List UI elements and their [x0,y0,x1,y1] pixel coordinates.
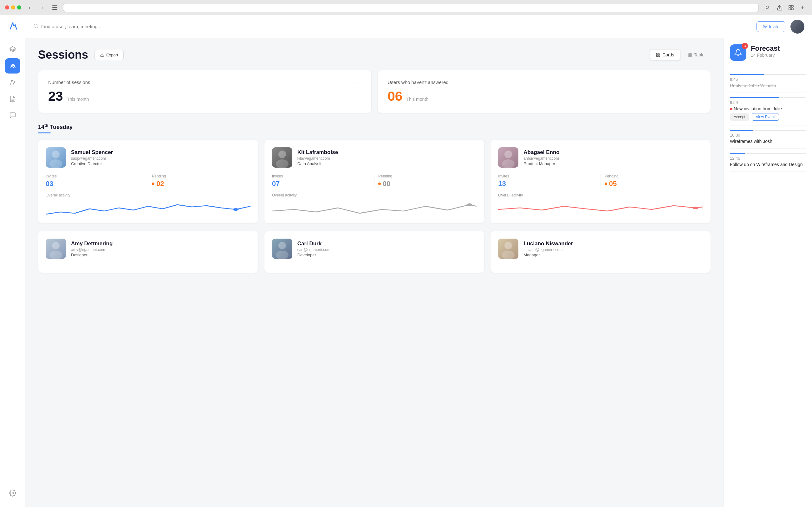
user-cards-bottom: Amy Dettmering amy@egament.com Designer … [38,231,711,273]
sidebar-item-settings[interactable] [5,486,20,501]
timeline-bar-fill [730,130,753,131]
user-card-header: Samuel Spencer sasp@egament.com Creative… [46,147,251,168]
user-role: Designer [71,252,112,257]
sidebar-toggle-button[interactable] [50,3,59,12]
user-email: anhu@egament.com [523,156,559,161]
new-tab-button[interactable]: + [798,3,807,12]
user-info: Abagael Enno anhu@egament.com Product Ma… [523,149,559,166]
user-name: Amy Dettmering [71,240,112,247]
close-dot[interactable] [5,5,9,9]
tabs-button[interactable] [786,3,796,12]
user-avatar[interactable] [791,20,804,34]
left-sidebar [0,15,26,507]
svg-point-16 [12,492,14,494]
minimize-dot[interactable] [11,5,15,9]
user-email: kila@egament.com [297,156,338,161]
timeline-time: 12:45 [730,156,806,161]
invites-value: 13 [498,180,596,188]
timeline-bar [730,97,806,98]
browser-dots [5,5,21,9]
timeline-item: 9:45 Reply to Debie Wilhelm [730,70,806,93]
timeline: 9:45 Reply to Debie Wilhelm 9:59 New inv… [730,70,806,172]
invite-button[interactable]: Invite [757,21,785,32]
invites-stat: Invites 03 [46,174,144,188]
user-role: Product Manager [523,161,559,166]
stat-title-sessions: Number of sessions [48,79,90,85]
timeline-event-title: Wireframes with Josh [730,139,806,144]
invites-label: Invites [46,174,144,178]
timeline-item: 9:59 New invitation from Julie Accept Vi… [730,93,806,125]
user-card-header: Kit Laframboise kila@egament.com Data An… [272,147,477,168]
reload-button[interactable]: ↻ [763,3,771,12]
pending-label: Pending [152,174,250,178]
svg-point-43 [278,242,286,249]
sidebar-item-document[interactable] [5,91,20,107]
invites-stat: Invites 13 [498,174,596,188]
timeline-event-title: Follow up on Wireframes and Design [730,162,806,167]
svg-point-19 [763,25,765,26]
user-card-header: Luciano Niswander luciano@egament.com Ma… [498,239,703,259]
user-stats-row: Invites 13 Pending 05 [498,174,703,188]
invites-label: Invites [498,174,596,178]
user-name: Carl Durk [297,240,331,247]
pending-dot [378,182,381,185]
stat-options-unanswered[interactable]: ··· [694,79,700,85]
svg-line-18 [37,27,38,28]
user-role: Data Analysit [297,161,338,166]
stat-divider [148,174,148,188]
browser-chrome: ‹ › ↻ + [0,0,812,15]
stat-options-sessions[interactable]: ··· [355,79,361,85]
user-info: Amy Dettmering amy@egament.com Designer [71,240,112,257]
timeline-item: 10:30 Wireframes with Josh [730,125,806,149]
pending-stat: Pending 02 [152,174,250,188]
user-name: Samuel Spencer [71,149,113,156]
view-event-button[interactable]: View Event [752,113,779,121]
maximize-dot[interactable] [17,5,21,9]
sidebar-item-users[interactable] [5,58,20,73]
app-wrapper: Invite Sessions [0,15,812,507]
user-email: carl@egament.com [297,247,331,252]
date-underline [38,132,51,133]
url-bar[interactable] [63,3,759,12]
activity-chart [46,200,251,216]
table-view-button[interactable]: Table [682,49,711,60]
timeline-bar [730,130,806,131]
main-area: Sessions Export [26,38,812,507]
sidebar-item-chat[interactable] [5,108,20,123]
timeline-bar-fill [730,74,764,75]
cards-view-button[interactable]: Cards [650,49,680,60]
svg-rect-26 [659,55,660,56]
invites-stat: Invites 07 [272,174,370,188]
sidebar-item-layers[interactable] [5,42,20,57]
right-panel: 3 Forecast 14 February 9:45 Reply to Deb… [723,38,812,507]
app-logo[interactable] [8,21,18,33]
header-actions: Invite [757,20,804,34]
svg-point-40 [52,242,60,249]
activity-label: Overall activity [272,193,477,198]
svg-rect-7 [792,8,793,10]
timeline-item: 12:45 Follow up on Wireframes and Design [730,149,806,172]
user-avatar-card [272,147,292,168]
notification-badge: 3 [742,43,748,49]
export-button[interactable]: Export [95,50,124,60]
user-cards-grid: Samuel Spencer sasp@egament.com Creative… [38,140,711,223]
user-avatar-card [498,147,518,168]
timeline-bar-fill [730,153,745,154]
user-email: sasp@egament.com [71,156,113,161]
user-role: Developer [297,252,331,257]
user-info: Samuel Spencer sasp@egament.com Creative… [71,149,113,166]
user-card-header: Amy Dettmering amy@egament.com Designer [46,239,251,259]
activity-chart [498,200,703,216]
stat-card-header: Number of sessions ··· [48,79,361,85]
stat-divider [601,174,601,188]
timeline-time: 10:30 [730,133,806,137]
search-input[interactable] [41,24,223,29]
page-header: Sessions Export [38,48,711,61]
forecast-bell[interactable]: 3 [730,44,746,61]
forward-button[interactable]: › [38,3,47,12]
share-button[interactable] [775,3,784,12]
back-button[interactable]: ‹ [25,3,34,12]
accept-button[interactable]: Accept [730,113,749,121]
sidebar-item-add-user[interactable] [5,75,20,90]
user-name: Kit Laframboise [297,149,338,156]
